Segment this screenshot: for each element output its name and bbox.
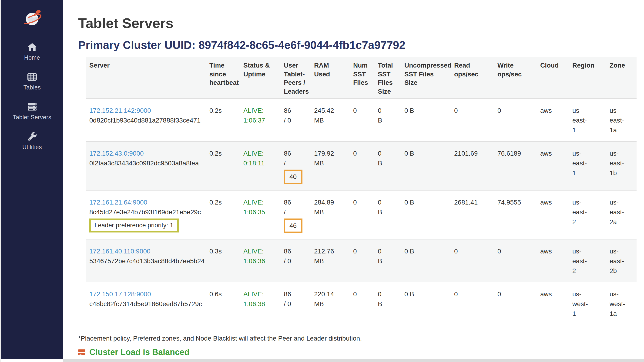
cell-status-uptime: ALIVE:0:18:11	[240, 141, 280, 190]
cluster-load-banner: Cluster Load is Balanced	[78, 347, 639, 357]
zone-value: us-	[610, 198, 633, 207]
cell-zone: us-east-2a	[606, 190, 636, 239]
cell-region: us-east-2	[568, 190, 606, 239]
leader-count: / 0	[284, 256, 307, 266]
total-sst-value: 0	[378, 246, 397, 256]
server-uuid: 0f2faa3c834343c0982dc9503a8a8fea	[89, 158, 202, 168]
utilities-icon	[26, 131, 38, 142]
server-link[interactable]: 172.152.43.0:9000	[89, 149, 144, 157]
total-sst-value: B	[378, 207, 397, 217]
sidebar-item-utilities[interactable]: Utilities	[1, 129, 63, 152]
cell-total-sst-size: 0B	[374, 282, 401, 325]
cell-cloud: aws	[536, 239, 568, 282]
cell-heartbeat: 0.2s	[206, 99, 240, 141]
uptime: 1:06:37	[243, 116, 276, 125]
server-uuid: c48bc82fc7314d5e91860eed87b5729c	[89, 299, 202, 309]
zone-value: us-	[610, 246, 633, 256]
peer-count: 86	[284, 289, 307, 299]
cluster-load-banner-label: Cluster Load is Balanced	[89, 347, 190, 357]
leader-preference-badge: Leader preference priority: 1	[89, 219, 178, 233]
region-value: us-	[572, 246, 602, 256]
region-value: 1	[572, 309, 602, 319]
cell-status-uptime: ALIVE:1:06:35	[240, 190, 280, 239]
status-alive: ALIVE:	[243, 198, 276, 207]
zone-value: 1a	[610, 309, 633, 319]
sidebar-nav: Home Tables	[1, 40, 63, 152]
region-value: 2	[572, 217, 602, 227]
status-alive: ALIVE:	[243, 289, 276, 299]
server-link[interactable]: 172.161.40.110:9000	[89, 247, 150, 255]
ram-value: MB	[314, 256, 346, 266]
cell-heartbeat: 0.2s	[206, 141, 240, 190]
cell-status-uptime: ALIVE:1:06:38	[240, 282, 280, 325]
ram-value: MB	[314, 158, 346, 168]
region-value: west-	[572, 299, 602, 309]
cell-heartbeat: 0.6s	[206, 282, 240, 325]
column-header-2: Time since heartbeat	[206, 57, 240, 99]
zone-value: us-	[610, 149, 633, 158]
column-header-1: Server	[86, 57, 206, 99]
server-link[interactable]: 172.161.21.64:9000	[89, 199, 147, 206]
cell-cloud: aws	[536, 282, 568, 325]
zone-value: east-	[610, 116, 633, 125]
uptime: 1:06:36	[243, 256, 276, 266]
table-row: 172.161.21.64:90008c45fd27e3e24b7b93f169…	[86, 190, 636, 239]
total-sst-value: B	[378, 116, 397, 125]
cell-ram-used: 284.89MB	[310, 190, 350, 239]
yugabyte-logo-icon[interactable]	[21, 7, 43, 29]
leader-count-highlight: 46	[284, 219, 302, 233]
table-row: 172.152.43.0:90000f2faa3c834343c0982dc95…	[86, 141, 636, 190]
cell-server: 172.152.43.0:90000f2faa3c834343c0982dc95…	[86, 141, 206, 190]
sidebar-item-home[interactable]: Home	[1, 40, 63, 63]
server-link[interactable]: 172.150.17.128:9000	[89, 290, 151, 298]
sidebar-item-label: Home	[24, 55, 40, 61]
cell-uncompressed-sst-size: 0 B	[401, 141, 450, 190]
cell-peers-leaders: 86/ 0	[280, 99, 310, 141]
server-link[interactable]: 172.152.21.142:9000	[89, 107, 151, 114]
ram-value: 284.89	[314, 198, 346, 207]
sidebar-item-tables[interactable]: Tables	[1, 69, 63, 93]
zone-value: 1a	[610, 125, 633, 135]
column-header-6: Num SST Files	[350, 57, 374, 99]
sidebar-item-label: Tablet Servers	[13, 114, 51, 121]
cell-heartbeat: 0.3s	[206, 239, 240, 282]
table-row: 172.152.21.142:90000d820cf1b93c40d881a27…	[86, 99, 636, 141]
cell-read-ops: 2101.69	[450, 141, 494, 190]
cell-peers-leaders: 86/46	[280, 190, 310, 239]
region-value: east-	[572, 207, 602, 217]
tablet-servers-icon	[26, 101, 38, 112]
cell-ram-used: 245.42MB	[310, 99, 350, 141]
sidebar: Home Tables	[1, 0, 63, 359]
table-header-row: ServerTime since heartbeatStatus & Uptim…	[86, 57, 636, 99]
cell-heartbeat: 0.2s	[206, 190, 240, 239]
main-content: Tablet Servers Primary Cluster UUID: 897…	[63, 0, 644, 362]
cell-peers-leaders: 86/ 0	[280, 282, 310, 325]
cell-num-sst-files: 0	[350, 99, 374, 141]
cell-num-sst-files: 0	[350, 239, 374, 282]
sidebar-item-tablet-servers[interactable]: Tablet Servers	[1, 99, 63, 122]
tables-icon	[26, 71, 38, 82]
zone-value: 1b	[610, 168, 633, 178]
cell-uncompressed-sst-size: 0 B	[401, 99, 450, 141]
uptime: 0:18:11	[243, 158, 276, 168]
cell-num-sst-files: 0	[350, 282, 374, 325]
cell-server: 172.161.21.64:90008c45fd27e3e24b7b93f169…	[86, 190, 206, 239]
status-alive: ALIVE:	[243, 106, 276, 116]
region-value: east-	[572, 256, 602, 266]
column-header-10: Write ops/sec	[494, 57, 536, 99]
cell-region: us-west-1	[568, 282, 606, 325]
cell-ram-used: 220.14MB	[310, 282, 350, 325]
cell-peers-leaders: 86/40	[280, 141, 310, 190]
sidebar-item-label: Utilities	[22, 144, 42, 150]
zone-value: us-	[610, 289, 633, 299]
home-icon	[26, 42, 38, 53]
region-value: 1	[572, 168, 602, 178]
uptime: 1:06:38	[243, 299, 276, 309]
region-value: 1	[572, 125, 602, 135]
leader-count: / 0	[284, 299, 307, 309]
ram-value: 220.14	[314, 289, 346, 299]
cell-status-uptime: ALIVE:1:06:36	[240, 239, 280, 282]
cell-ram-used: 212.76MB	[310, 239, 350, 282]
region-value: us-	[572, 198, 602, 207]
region-value: east-	[572, 116, 602, 125]
